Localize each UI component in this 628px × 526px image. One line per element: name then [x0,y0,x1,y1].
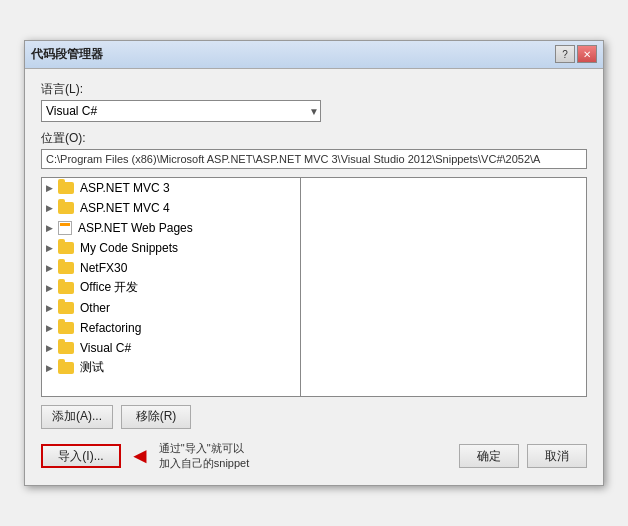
folder-icon [58,242,74,254]
expand-arrow-icon: ▶ [46,323,56,333]
cancel-button[interactable]: 取消 [527,444,587,468]
import-button[interactable]: 导入(I)... [41,444,121,468]
tree-item[interactable]: ▶测试 [42,358,300,378]
dialog-window: 代码段管理器 ? ✕ 语言(L): Visual C# Visual Basic… [24,40,604,487]
hint-text: 通过"导入"就可以加入自己的snippet [159,441,249,472]
folder-icon [58,302,74,314]
tree-item-label: Refactoring [80,321,141,335]
page-icon [58,221,72,235]
expand-arrow-icon: ▶ [46,263,56,273]
tree-item-label: Other [80,301,110,315]
expand-arrow-icon: ▶ [46,363,56,373]
tree-item[interactable]: ▶ASP.NET Web Pages [42,218,300,238]
tree-item[interactable]: ▶Office 开发 [42,278,300,298]
title-bar-buttons: ? ✕ [555,45,597,63]
expand-arrow-icon: ▶ [46,303,56,313]
footer-row: 导入(I)... ◄ 通过"导入"就可以加入自己的snippet 确定 取消 [41,441,587,472]
tree-item-label: ASP.NET Web Pages [78,221,193,235]
expand-arrow-icon: ▶ [46,343,56,353]
ok-button[interactable]: 确定 [459,444,519,468]
panels-row: ▶ASP.NET MVC 3▶ASP.NET MVC 4▶ASP.NET Web… [41,177,587,397]
tree-item-label: ASP.NET MVC 4 [80,201,170,215]
expand-arrow-icon: ▶ [46,243,56,253]
location-group: 位置(O): [41,130,587,169]
location-label: 位置(O): [41,130,587,147]
tree-item[interactable]: ▶ASP.NET MVC 4 [42,198,300,218]
bottom-buttons: 添加(A)... 移除(R) [41,405,587,429]
title-bar: 代码段管理器 ? ✕ [25,41,603,69]
right-panel [301,177,587,397]
folder-icon [58,182,74,194]
folder-icon [58,282,74,294]
folder-icon [58,362,74,374]
tree-item[interactable]: ▶My Code Snippets [42,238,300,258]
tree-item-label: ASP.NET MVC 3 [80,181,170,195]
tree-item[interactable]: ▶Refactoring [42,318,300,338]
language-dropdown-wrapper: Visual C# Visual Basic JavaScript HTML C… [41,100,321,122]
expand-arrow-icon: ▶ [46,203,56,213]
tree-item[interactable]: ▶Visual C# [42,338,300,358]
tree-item[interactable]: ▶NetFX30 [42,258,300,278]
location-path-input[interactable] [41,149,587,169]
tree-item[interactable]: ▶Other [42,298,300,318]
footer-left: 导入(I)... ◄ 通过"导入"就可以加入自己的snippet [41,441,249,472]
tree-item-label: Office 开发 [80,279,138,296]
folder-icon [58,262,74,274]
dialog-body: 语言(L): Visual C# Visual Basic JavaScript… [25,69,603,486]
close-button[interactable]: ✕ [577,45,597,63]
tree-item-label: My Code Snippets [80,241,178,255]
language-dropdown[interactable]: Visual C# Visual Basic JavaScript HTML C… [41,100,321,122]
folder-icon [58,342,74,354]
tree-panel[interactable]: ▶ASP.NET MVC 3▶ASP.NET MVC 4▶ASP.NET Web… [41,177,301,397]
folder-icon [58,322,74,334]
tree-item-label: Visual C# [80,341,131,355]
expand-arrow-icon: ▶ [46,283,56,293]
folder-icon [58,202,74,214]
footer-right: 确定 取消 [459,444,587,468]
add-button[interactable]: 添加(A)... [41,405,113,429]
window-title: 代码段管理器 [31,46,103,63]
language-group: 语言(L): Visual C# Visual Basic JavaScript… [41,81,587,122]
tree-item-label: NetFX30 [80,261,127,275]
language-label: 语言(L): [41,81,587,98]
remove-button[interactable]: 移除(R) [121,405,191,429]
expand-arrow-icon: ▶ [46,183,56,193]
arrow-right-icon: ◄ [129,445,151,467]
expand-arrow-icon: ▶ [46,223,56,233]
tree-item-label: 测试 [80,359,104,376]
help-button[interactable]: ? [555,45,575,63]
tree-item[interactable]: ▶ASP.NET MVC 3 [42,178,300,198]
